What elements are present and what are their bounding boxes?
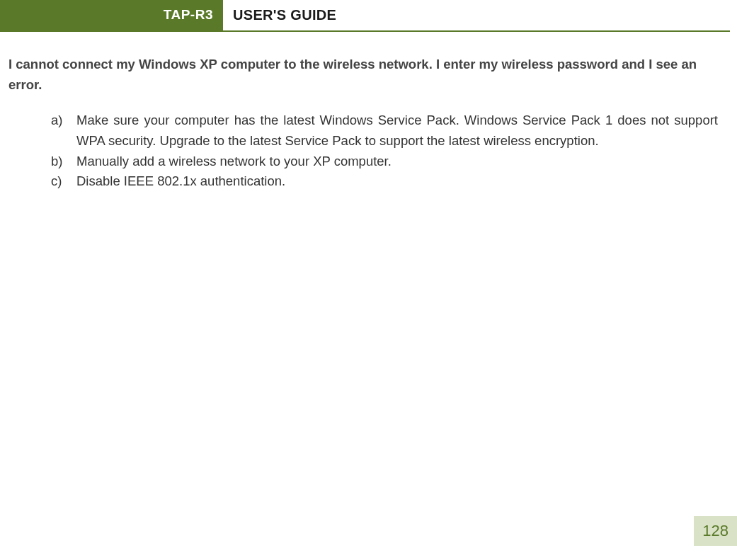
answer-list: a) Make sure your computer has the lates…: [8, 110, 729, 192]
list-text: Disable IEEE 802.1x authentication.: [76, 171, 729, 192]
document-header: TAP-R3 USER'S GUIDE: [0, 0, 730, 32]
page-number: 128: [694, 516, 737, 546]
list-text: Manually add a wireless network to your …: [76, 152, 729, 172]
document-title: USER'S GUIDE: [223, 0, 346, 30]
list-item: c) Disable IEEE 802.1x authentication.: [51, 171, 729, 192]
list-text: Make sure your computer has the latest W…: [76, 110, 729, 151]
list-marker: c): [51, 171, 76, 192]
product-badge: TAP-R3: [0, 0, 223, 30]
faq-question: I cannot connect my Windows XP computer …: [8, 55, 729, 95]
list-marker: a): [51, 110, 76, 151]
list-marker: b): [51, 152, 76, 172]
list-item: b) Manually add a wireless network to yo…: [51, 152, 729, 172]
list-item: a) Make sure your computer has the lates…: [51, 110, 729, 151]
page-content: I cannot connect my Windows XP computer …: [0, 32, 737, 192]
